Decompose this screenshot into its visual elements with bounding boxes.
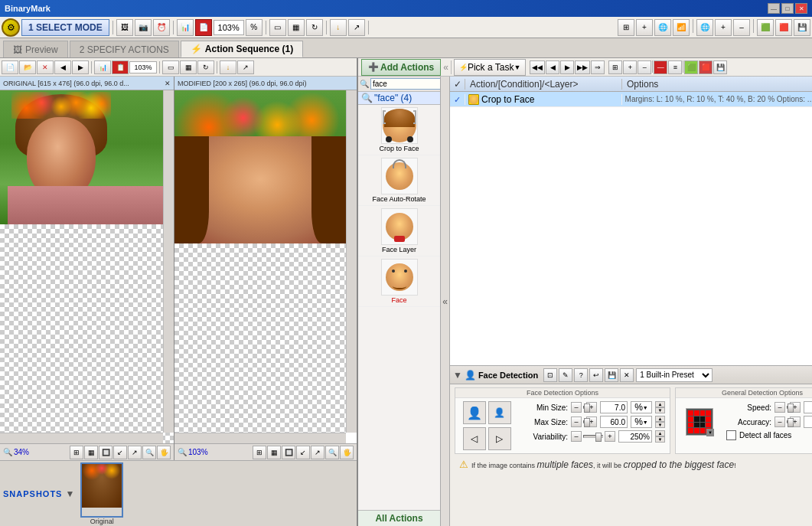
mod-tb-3[interactable]: 🔲 (282, 446, 295, 459)
zoom-btn[interactable]: % (246, 19, 263, 36)
var-thumb[interactable] (595, 433, 602, 442)
all-actions-button[interactable]: All Actions (358, 510, 440, 526)
arrow-btn[interactable]: ↗ (348, 19, 365, 36)
right-btn-5[interactable]: 🌐 (696, 19, 713, 36)
yellow-btn[interactable]: ↓ (330, 19, 347, 36)
orig-hscroll[interactable] (0, 433, 163, 443)
accuracy-value[interactable]: 5 (804, 416, 812, 428)
max-size-value[interactable]: 60.0 (600, 416, 628, 428)
max-size-track[interactable] (583, 420, 585, 423)
mod-tb-4[interactable]: ↙ (296, 446, 310, 459)
nav-right-btn[interactable]: ▶▶ (575, 60, 590, 74)
min-size-value[interactable]: 7.0 (600, 401, 628, 413)
delete-seq-btn[interactable]: — (654, 60, 667, 74)
orig-tb-5[interactable]: ↗ (128, 446, 142, 459)
speed-minus[interactable]: – (774, 402, 785, 413)
pick-task-button[interactable]: ⚡ Pick a Task ▼ (454, 59, 526, 76)
right-btn-9[interactable]: 🟥 (775, 19, 792, 36)
max-up[interactable]: ▲ (655, 416, 665, 422)
refresh2-btn[interactable]: ↻ (197, 60, 214, 74)
var-up[interactable]: ▲ (655, 430, 665, 436)
mod-tb-7[interactable]: 🖐 (340, 446, 354, 459)
grid-dropdown-btn[interactable]: ▼ (706, 429, 714, 436)
minimize-button[interactable]: — (768, 3, 780, 14)
row-checkbox[interactable]: ✓ (450, 94, 465, 105)
detect-all-checkbox[interactable] (726, 430, 736, 440)
sequence-row-0[interactable]: ✓ Crop to Face Margins: L: 10 %, R: 10 %… (450, 92, 812, 107)
min-down[interactable]: ▼ (655, 407, 665, 413)
min-size-track[interactable] (583, 406, 585, 409)
new-btn[interactable]: 📄 (2, 60, 18, 74)
hist-btn[interactable]: 📊 (94, 60, 111, 74)
accuracy-thumb[interactable] (788, 418, 794, 427)
back-btn[interactable]: ◀ (54, 60, 71, 74)
accuracy-minus[interactable]: – (774, 417, 785, 427)
nav-next-btn[interactable]: ▶ (560, 60, 574, 74)
action-item-face-layer[interactable]: Face Layer (358, 206, 440, 256)
action-item-face-autorotate[interactable]: Face Auto-Rotate (358, 155, 440, 206)
refresh-btn[interactable]: ↻ (306, 19, 323, 36)
chart-btn[interactable]: 📊 (177, 19, 194, 36)
orig-tb-1[interactable]: ⊞ (70, 446, 83, 459)
det-btn-help[interactable]: ? (574, 368, 588, 382)
original-image-area[interactable] (0, 90, 174, 443)
min-up[interactable]: ▲ (655, 401, 665, 407)
speed-track[interactable] (787, 406, 788, 409)
orig-tb-3[interactable]: 🔲 (99, 446, 113, 459)
mod-tb-5[interactable]: ↗ (311, 446, 324, 459)
color-btn[interactable]: 📋 (112, 60, 129, 74)
collapse-panel-button[interactable]: « (441, 77, 450, 526)
open-btn[interactable]: 📂 (19, 60, 36, 74)
right-btn-8[interactable]: 🟩 (757, 19, 774, 36)
var-plus[interactable]: + (605, 431, 615, 442)
det-btn-1[interactable]: ⊡ (543, 368, 557, 382)
more-btn[interactable]: ≡ (668, 60, 682, 74)
left-zoom-input[interactable] (129, 61, 157, 74)
add-actions-button[interactable]: ➕ Add Actions (361, 59, 441, 76)
nav-skip-btn[interactable]: ⇒ (591, 60, 605, 74)
right-btn-2[interactable]: + (636, 19, 653, 36)
red-btn[interactable]: 🟥 (699, 60, 713, 74)
action-item-crop-face[interactable]: Crop to Face (358, 105, 440, 155)
mod-tb-1[interactable]: ⊞ (253, 446, 266, 459)
green-btn[interactable]: 🟩 (684, 60, 698, 74)
speed-value[interactable]: 35 (804, 401, 812, 413)
speed-thumb[interactable] (788, 403, 794, 413)
snapshots-expand-icon[interactable]: ▼ (65, 488, 74, 499)
var-track[interactable] (583, 435, 603, 438)
orig-vscroll[interactable] (163, 90, 174, 433)
modified-image-area[interactable] (174, 90, 357, 443)
accuracy-track[interactable] (787, 420, 788, 423)
icon-btn-1[interactable]: 🖼 (116, 19, 133, 36)
det-btn-2[interactable]: ✎ (559, 368, 572, 382)
variability-value[interactable]: 250% (618, 430, 652, 443)
det-btn-close[interactable]: ✕ (620, 368, 634, 382)
collapse-arrow-icon[interactable]: « (443, 62, 448, 73)
min-size-minus[interactable]: – (571, 402, 582, 413)
mod-tb-6[interactable]: 🔍 (325, 446, 339, 459)
max-down[interactable]: ▼ (655, 422, 665, 428)
orig-tb-2[interactable]: ▦ (84, 446, 98, 459)
snapshot-item-original[interactable]: Original (80, 462, 123, 525)
rect-btn[interactable]: ▭ (269, 19, 286, 36)
settings-button[interactable]: ⚙ (2, 18, 20, 37)
icon-btn-2[interactable]: 📷 (135, 19, 152, 36)
right-btn-4[interactable]: 📶 (673, 19, 690, 36)
orig-tb-4[interactable]: ↙ (113, 446, 127, 459)
action-item-face[interactable]: Face (358, 256, 440, 307)
save-btn[interactable]: 💾 (794, 19, 810, 36)
icon-btn-4[interactable]: 📄 (195, 19, 212, 36)
var-minus[interactable]: – (571, 431, 582, 442)
fwd-btn[interactable]: ▶ (72, 60, 89, 74)
orig-tb-7[interactable]: 🖐 (157, 446, 171, 459)
delete-btn[interactable]: ✕ (37, 60, 54, 74)
frame-btn[interactable]: ▭ (162, 60, 179, 74)
zoom-input[interactable]: 103% (214, 20, 244, 35)
multi-rect-btn[interactable]: ▦ (288, 19, 305, 36)
maximize-button[interactable]: □ (781, 3, 794, 14)
right-btn-6[interactable]: + (715, 19, 732, 36)
max-size-minus[interactable]: – (571, 417, 582, 427)
nav-left-btn[interactable]: ◀◀ (530, 60, 545, 74)
nav-prev-btn[interactable]: ◀ (546, 60, 559, 74)
right-btn-1[interactable]: ⊞ (618, 19, 634, 36)
